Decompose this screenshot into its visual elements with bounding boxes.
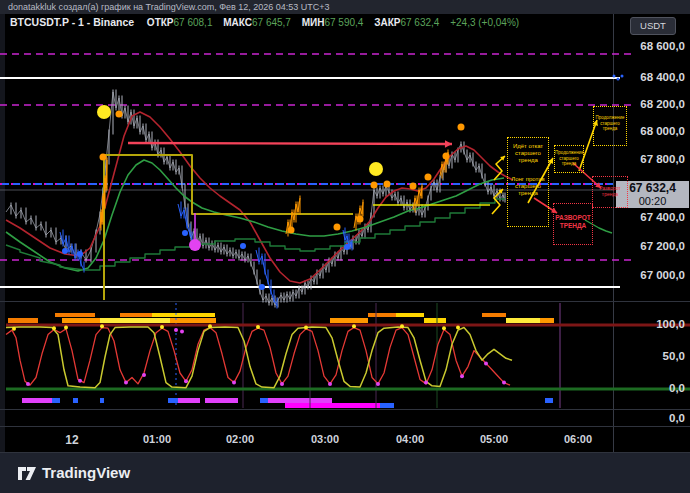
ohlc-close: ЗАКР67 632,4 (374, 17, 439, 28)
close-label: ЗАКР (374, 17, 400, 28)
high-label: МАКС (223, 17, 252, 28)
currency-toggle-button[interactable]: USDT (630, 17, 676, 35)
note-continuation-text-2: Продолжение старшего тренда (594, 115, 626, 132)
time-axis-label: 01:00 (127, 433, 187, 445)
time-axis-label: 12 (42, 433, 102, 447)
symbol-legend: BTCUSDT.P - 1 - Binance ОТКР67 608,1 МАК… (10, 16, 519, 30)
note-pullback-text: Идёт откат старшего тренда (508, 143, 548, 164)
note-reversal-text-big: РАЗВОРОТ ТРЕНДА (554, 214, 592, 230)
time-axis-label: 06:00 (548, 433, 608, 445)
note-reversal-text-small: Разворот тренда (593, 185, 627, 197)
ohlc-high: МАКС67 645,7 (223, 17, 291, 28)
ohlc-low: МИН67 590,4 (302, 17, 364, 28)
open-label: ОТКР (147, 17, 174, 28)
chart-canvas[interactable] (0, 0, 690, 493)
note-long-against-text: Лонг против старшего тренда (508, 176, 548, 197)
open-value: 67 608,1 (174, 17, 213, 28)
note-continuation-box-1[interactable]: Продолжение старшего тренда (554, 145, 584, 173)
indicator-axis-label: 0,0 (669, 412, 685, 424)
low-label: МИН (302, 17, 325, 28)
indicator-axis-label: 100,0 (656, 318, 685, 330)
time-axis-label: 02:00 (210, 433, 270, 445)
time-axis-label: 03:00 (295, 433, 355, 445)
tradingview-chart-window: donatakkluk создал(а) график на TradingV… (0, 0, 690, 493)
time-axis[interactable]: 1201:0002:0003:0004:0005:0006:00 (0, 427, 690, 452)
indicator-axis-label: 0,0 (669, 382, 685, 394)
note-reversal-box-small[interactable]: Разворот тренда (592, 176, 628, 208)
close-value: 67 632,4 (400, 17, 439, 28)
note-pullback-box[interactable]: Идёт откат старшего тренда Лонг против с… (507, 137, 549, 227)
note-continuation-box-2[interactable]: Продолжение старшего тренда (593, 106, 627, 146)
high-value: 67 645,7 (252, 17, 291, 28)
time-axis-label: 04:00 (380, 433, 440, 445)
indicator-axis-label: 50,0 (663, 350, 685, 362)
symbol-title[interactable]: BTCUSDT.P - 1 - Binance (10, 16, 134, 28)
change-value: +24,3 (+0,04%) (450, 17, 519, 28)
note-continuation-text-1: Продолжение старшего тренда (555, 150, 583, 167)
note-reversal-box-big[interactable]: РАЗВОРОТ ТРЕНДА (553, 203, 593, 245)
ohlc-open: ОТКР67 608,1 (147, 17, 213, 28)
time-axis-label: 05:00 (464, 433, 524, 445)
low-value: 67 590,4 (324, 17, 363, 28)
indicator-axis[interactable]: 100,050,00,00,0 (614, 0, 690, 452)
